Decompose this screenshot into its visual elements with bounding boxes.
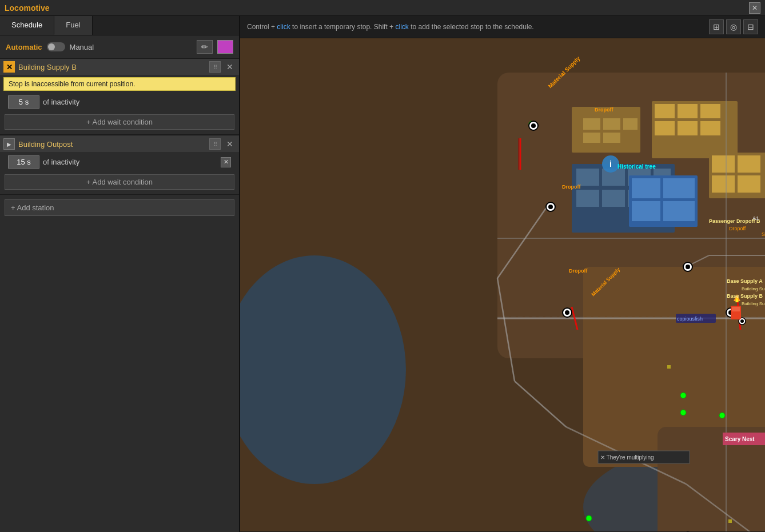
tab-fuel[interactable]: Fuel [54, 16, 92, 35]
tab-schedule[interactable]: Schedule [0, 16, 54, 35]
close-button[interactable]: ✕ [749, 2, 760, 14]
svg-point-73 [680, 410, 686, 415]
station-header: ▶ Building Outpost ⠿ ✕ [0, 136, 239, 152]
svg-point-92 [740, 319, 744, 323]
svg-rect-34 [663, 201, 695, 221]
svg-text:✕ They're multiplying: ✕ They're multiplying [600, 454, 654, 461]
manual-label: Manual [70, 43, 94, 51]
svg-rect-27 [576, 190, 599, 207]
svg-rect-32 [663, 178, 695, 198]
svg-text:Base Supply A: Base Supply A [727, 278, 763, 284]
map-control-button[interactable]: ⊟ [743, 19, 758, 34]
svg-text:Supply: Supply [762, 231, 765, 237]
svg-text:Dropoff: Dropoff [729, 226, 746, 231]
svg-point-80 [548, 205, 553, 209]
svg-rect-38 [712, 175, 735, 193]
svg-rect-39 [738, 175, 760, 193]
svg-point-78 [531, 123, 536, 128]
wait-label: of inactivity [43, 98, 231, 106]
svg-rect-36 [712, 155, 735, 173]
svg-rect-37 [738, 155, 760, 173]
station-drag-handle[interactable]: ⠿ [209, 61, 221, 73]
add-station-button[interactable]: + Add station [5, 199, 234, 216]
svg-text:Building Supply A: Building Supply A [742, 286, 765, 291]
color-button[interactable] [217, 40, 233, 54]
svg-point-71 [680, 393, 686, 398]
station-close-button[interactable]: ✕ [224, 138, 236, 150]
svg-rect-16 [655, 104, 675, 118]
svg-point-88 [565, 310, 569, 315]
svg-text:Dropoff: Dropoff [595, 107, 613, 113]
svg-rect-21 [700, 121, 720, 135]
map-control-button[interactable]: ◎ [726, 19, 741, 34]
svg-rect-18 [700, 104, 720, 118]
svg-rect-75 [667, 365, 671, 369]
svg-point-72 [586, 515, 592, 521]
station-block: ▶ Building Outpost ⠿ ✕ 15 s of inactivit… [0, 136, 239, 195]
window-title: Locomotive [5, 3, 50, 13]
wait-label: of inactivity [43, 158, 217, 166]
info-click-2: click [395, 23, 408, 31]
svg-point-74 [719, 413, 725, 418]
svg-rect-98 [732, 307, 740, 311]
wait-time[interactable]: 15 s [8, 155, 39, 169]
svg-rect-13 [583, 133, 600, 143]
svg-rect-76 [728, 519, 732, 523]
mode-row: Automatic Manual ✏ [0, 35, 239, 59]
map-container[interactable]: i Scary Nest ✕ They're multiplying Suppl… [240, 38, 765, 531]
svg-text:A1: A1 [752, 215, 759, 221]
info-text: Control + click to insert a temporary st… [247, 23, 534, 31]
station-name: Building Supply B [18, 63, 206, 71]
svg-rect-14 [603, 133, 620, 143]
svg-rect-31 [632, 178, 660, 198]
svg-rect-33 [632, 201, 660, 221]
schedule-list: ✕ Building Supply B ⠿ ✕ Stop is inaccess… [0, 59, 239, 532]
svg-rect-23 [576, 169, 599, 186]
station-block: ✕ Building Supply B ⠿ ✕ Stop is inaccess… [0, 59, 239, 135]
wait-remove-button[interactable]: ✕ [221, 157, 231, 167]
map-control-button[interactable]: ⊞ [709, 19, 724, 34]
svg-text:Building Supply B: Building Supply B [742, 301, 765, 306]
info-text-part2: to insert a temporary stop. Shift + [292, 23, 395, 31]
add-wait-condition-button[interactable]: + Add wait condition [5, 114, 234, 130]
svg-rect-12 [623, 118, 638, 130]
svg-rect-10 [583, 118, 600, 130]
pencil-button[interactable]: ✏ [197, 40, 213, 54]
right-panel: Control + click to insert a temporary st… [240, 16, 765, 532]
wait-condition-row: 5 s of inactivity [3, 93, 236, 111]
info-click-1: click [277, 23, 290, 31]
info-text-part1: Control + [247, 23, 277, 31]
svg-text:i: i [609, 159, 612, 169]
wait-condition-row: 15 s of inactivity ✕ [3, 153, 236, 171]
info-bar: Control + click to insert a temporary st… [240, 16, 765, 38]
titlebar: Locomotive ✕ [0, 0, 765, 16]
svg-rect-17 [678, 104, 698, 118]
tooltip-box: Stop is inaccessible from current positi… [3, 77, 236, 91]
svg-point-82 [686, 265, 690, 269]
svg-rect-11 [603, 118, 620, 130]
station-header: ✕ Building Supply B ⠿ ✕ [0, 59, 239, 75]
svg-rect-20 [678, 121, 698, 135]
svg-text:Historical tree: Historical tree [617, 163, 656, 170]
station-play-button[interactable]: ▶ [3, 138, 15, 150]
svg-rect-28 [602, 190, 625, 207]
svg-rect-19 [655, 121, 675, 135]
svg-text:Base Supply B: Base Supply B [727, 293, 763, 299]
automatic-label: Automatic [6, 43, 42, 51]
svg-text:copiousfish: copiousfish [677, 316, 703, 322]
station-close-button[interactable]: ✕ [224, 61, 236, 73]
svg-text:Dropoff: Dropoff [562, 184, 581, 190]
tab-bar: Schedule Fuel [0, 16, 239, 35]
map-controls: ⊞ ◎ ⊟ [709, 19, 758, 34]
info-text-part3: to add the selected stop to the schedule… [411, 23, 533, 31]
svg-text:Scary Nest: Scary Nest [725, 436, 755, 442]
svg-text:Dropoff: Dropoff [569, 268, 588, 274]
add-wait-condition-button[interactable]: + Add wait condition [5, 174, 234, 190]
station-name: Building Outpost [18, 140, 206, 149]
mode-toggle[interactable] [47, 42, 65, 51]
main-layout: Schedule Fuel Automatic Manual ✏ ✕ Build… [0, 16, 765, 532]
station-remove-button[interactable]: ✕ [3, 61, 15, 73]
left-panel: Schedule Fuel Automatic Manual ✏ ✕ Build… [0, 16, 240, 532]
station-drag-handle[interactable]: ⠿ [209, 138, 221, 150]
wait-time[interactable]: 5 s [8, 95, 39, 109]
